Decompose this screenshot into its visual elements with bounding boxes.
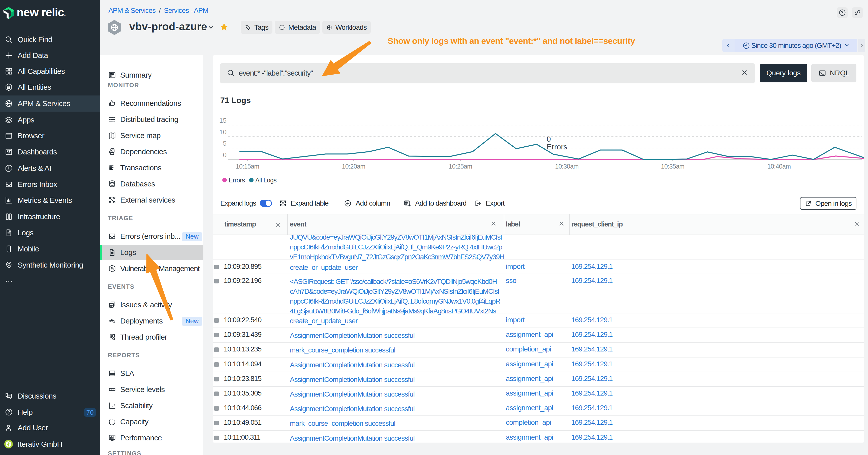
- svg-text:10: 10: [219, 128, 226, 136]
- svg-text:5: 5: [223, 139, 226, 147]
- svg-text:10:35am: 10:35am: [661, 163, 684, 170]
- svg-text:10:15am: 10:15am: [236, 163, 259, 170]
- svg-text:Errors: Errors: [228, 176, 245, 184]
- svg-text:Errors: Errors: [547, 142, 567, 151]
- svg-text:0: 0: [547, 135, 551, 143]
- svg-text:10:40am: 10:40am: [767, 163, 790, 170]
- svg-text:10:30am: 10:30am: [555, 163, 579, 170]
- svg-text:0: 0: [223, 151, 226, 159]
- svg-text:10:25am: 10:25am: [448, 163, 472, 170]
- svg-text:All Logs: All Logs: [255, 176, 277, 184]
- svg-text:15: 15: [219, 117, 226, 124]
- svg-text:10:20am: 10:20am: [342, 163, 365, 170]
